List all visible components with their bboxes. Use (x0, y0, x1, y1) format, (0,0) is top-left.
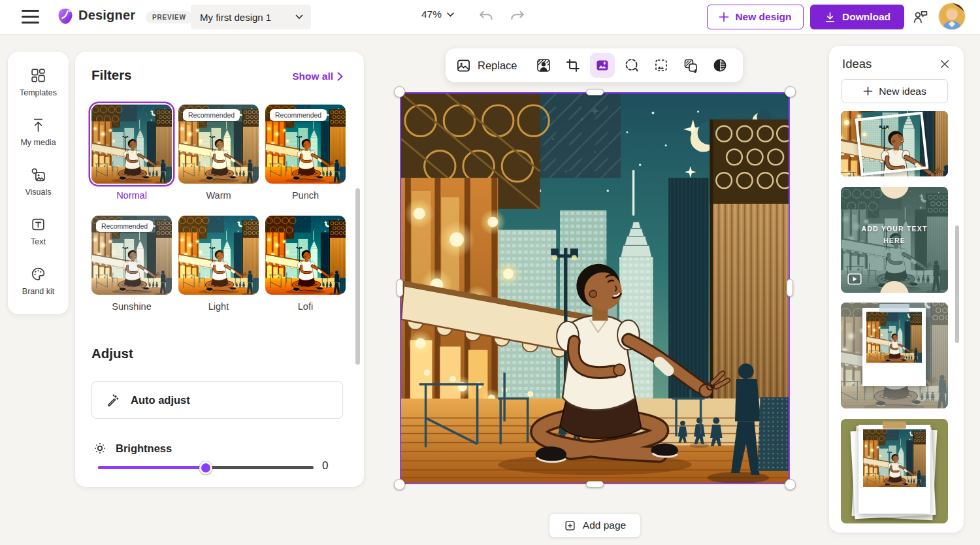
replace-image-icon (456, 58, 471, 73)
ideas-scrollbar[interactable] (955, 225, 959, 343)
preview-badge: PREVIEW (146, 11, 193, 24)
redo-icon[interactable] (509, 8, 526, 25)
tape-strip (879, 304, 909, 312)
frame-icon[interactable] (649, 53, 674, 78)
ideas-title: Ideas (842, 57, 872, 71)
adjust-title: Adjust (91, 346, 133, 361)
idea-thumbnail-stacked-polaroid[interactable] (841, 419, 948, 523)
filter-label: Sunshine (91, 301, 172, 312)
replace-button[interactable]: Replace (456, 58, 517, 73)
sidebar-item-label: Templates (20, 88, 57, 97)
new-design-button[interactable]: New design (707, 5, 804, 29)
adjust-lighting-icon[interactable] (708, 53, 732, 78)
palette-icon (30, 266, 46, 282)
resize-handle-left[interactable] (397, 279, 403, 297)
add-page-button[interactable]: Add page (549, 513, 641, 538)
new-design-label: New design (735, 11, 791, 23)
add-page-label: Add page (583, 520, 626, 531)
resize-handle-bottom[interactable] (586, 481, 604, 487)
left-sidebar: Templates My media Visuals Text Brand ki… (8, 52, 69, 314)
close-icon[interactable] (939, 58, 951, 70)
replace-label: Replace (478, 59, 517, 72)
filter-label: Lofi (265, 301, 346, 312)
filters-tool-icon[interactable] (590, 53, 615, 78)
show-all-link[interactable]: Show all (292, 71, 343, 82)
zoom-control[interactable]: 47% (421, 8, 454, 20)
brightness-row: Brightness (93, 441, 172, 455)
polaroid-frame (858, 425, 930, 514)
canvas-image[interactable] (400, 92, 790, 484)
resize-handle-right[interactable] (787, 279, 793, 297)
design-name-dropdown[interactable]: My first design 1 (191, 5, 311, 29)
photo-frame-overlay (855, 112, 929, 176)
new-ideas-button[interactable]: New ideas (841, 79, 948, 103)
video-play-icon (847, 273, 862, 285)
chevron-down-icon (295, 14, 303, 20)
slider-thumb[interactable] (199, 461, 212, 474)
download-icon (824, 11, 836, 24)
brightness-slider[interactable] (98, 466, 314, 469)
brightness-value: 0 (322, 459, 328, 472)
text-icon (30, 216, 46, 233)
sidebar-item-visuals[interactable]: Visuals (8, 160, 69, 210)
feedback-icon[interactable] (912, 8, 929, 25)
new-ideas-label: New ideas (879, 86, 926, 97)
sidebar-item-label: Text (31, 237, 46, 246)
brightness-sun-icon (93, 441, 107, 455)
magic-select-icon[interactable] (619, 53, 644, 78)
auto-adjust-label: Auto adjust (131, 394, 190, 406)
app-header: Designer PREVIEW My first design 1 47% N… (0, 0, 980, 35)
background-removal-icon[interactable] (531, 53, 556, 78)
sidebar-item-my-media[interactable]: My media (8, 110, 69, 160)
design-name: My first design 1 (200, 12, 295, 23)
filter-thumb-lofi[interactable] (265, 216, 346, 295)
auto-adjust-button[interactable]: Auto adjust (91, 381, 343, 419)
filter-thumb-punch[interactable]: Recommended (265, 105, 346, 184)
magic-wand-icon (106, 393, 120, 407)
templates-icon (30, 67, 46, 84)
filter-label: Warm (178, 190, 259, 201)
filters-scrollbar[interactable] (355, 188, 360, 365)
resize-handle-bottom-left[interactable] (394, 479, 405, 490)
crop-icon[interactable] (561, 53, 585, 78)
sidebar-item-templates[interactable]: Templates (8, 61, 69, 110)
filters-panel: Filters Show all Recommended Recommended… (75, 52, 364, 487)
sidebar-item-brand-kit[interactable]: Brand kit (8, 259, 69, 309)
sidebar-item-label: My media (20, 138, 56, 147)
avatar[interactable] (939, 3, 965, 29)
toolbar-icons (531, 53, 732, 78)
polaroid-frame (862, 308, 926, 386)
recommended-badge: Recommended (183, 109, 240, 121)
image-toolbar: Replace (446, 48, 743, 82)
idea-thumbnail-polaroid[interactable] (841, 303, 948, 408)
idea-overlay-text: ADD YOUR TEXT HERE (858, 223, 930, 247)
filter-label: Light (178, 301, 259, 312)
resize-handle-top[interactable] (586, 89, 604, 95)
menu-icon[interactable] (22, 10, 39, 24)
plus-icon (863, 86, 873, 96)
zoom-value: 47% (421, 8, 442, 20)
visuals-icon (30, 167, 46, 183)
download-label: Download (842, 11, 890, 23)
download-button[interactable]: Download (810, 5, 904, 29)
add-page-icon (564, 520, 576, 532)
filter-thumb-sunshine[interactable]: Recommended (91, 216, 172, 295)
chevron-right-icon (337, 72, 343, 81)
replace-background-icon[interactable] (678, 53, 703, 78)
undo-icon[interactable] (478, 8, 495, 25)
sidebar-item-text[interactable]: Text (8, 210, 69, 259)
filter-thumb-normal[interactable] (91, 105, 172, 184)
resize-handle-top-right[interactable] (785, 86, 796, 97)
resize-handle-bottom-right[interactable] (785, 479, 796, 490)
idea-thumbnail-framed[interactable] (841, 111, 948, 176)
idea-thumbnail-video-text[interactable]: ADD YOUR TEXT HERE (841, 187, 948, 293)
filter-label: Normal (91, 190, 172, 201)
chevron-down-icon (447, 12, 454, 17)
show-all-label: Show all (292, 71, 333, 82)
sidebar-item-label: Brand kit (22, 287, 54, 296)
designer-logo-icon (56, 7, 74, 25)
filter-thumb-warm[interactable]: Recommended (178, 105, 259, 184)
filter-thumb-light[interactable] (178, 216, 259, 295)
resize-handle-top-left[interactable] (394, 86, 405, 97)
brightness-label: Brightness (116, 442, 172, 455)
